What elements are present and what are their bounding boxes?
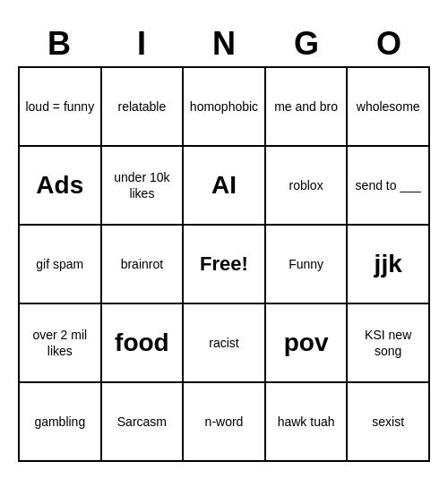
bingo-title: B I N G O	[18, 25, 430, 63]
bingo-cell-13[interactable]: Funny	[266, 226, 349, 304]
title-letter-g: G	[267, 25, 346, 63]
bingo-cell-21[interactable]: Sarcasm	[102, 383, 185, 462]
bingo-cell-1[interactable]: relatable	[102, 68, 185, 147]
bingo-cell-18[interactable]: pov	[266, 304, 349, 383]
bingo-cell-24[interactable]: sexist	[348, 383, 430, 462]
title-letter-o: O	[349, 25, 428, 63]
bingo-cell-5[interactable]: Ads	[20, 147, 102, 226]
bingo-cell-6[interactable]: under 10k likes	[102, 147, 185, 226]
bingo-cell-7[interactable]: AI	[184, 147, 266, 226]
title-letter-b: B	[20, 25, 99, 63]
title-letter-i: I	[102, 25, 181, 63]
bingo-cell-3[interactable]: me and bro	[266, 68, 349, 147]
bingo-cell-2[interactable]: homophobic	[184, 68, 266, 147]
bingo-grid: loud = funnyrelatablehomophobicme and br…	[18, 66, 430, 462]
bingo-cell-20[interactable]: gambling	[20, 383, 102, 462]
bingo-cell-9[interactable]: send to ___	[348, 147, 430, 226]
bingo-cell-14[interactable]: jjk	[348, 226, 430, 304]
bingo-cell-0[interactable]: loud = funny	[20, 68, 102, 147]
bingo-container: B I N G O loud = funnyrelatablehomophobi…	[9, 16, 439, 471]
bingo-cell-10[interactable]: gif spam	[20, 226, 102, 304]
bingo-cell-11[interactable]: brainrot	[102, 226, 185, 304]
bingo-cell-8[interactable]: roblox	[266, 147, 349, 226]
bingo-cell-23[interactable]: hawk tuah	[266, 383, 349, 462]
bingo-cell-22[interactable]: n-word	[184, 383, 266, 462]
bingo-cell-15[interactable]: over 2 mil likes	[20, 304, 102, 383]
title-letter-n: N	[185, 25, 263, 63]
bingo-cell-17[interactable]: racist	[184, 304, 266, 383]
bingo-cell-19[interactable]: KSI new song	[348, 304, 430, 383]
bingo-cell-16[interactable]: food	[102, 304, 185, 383]
bingo-cell-4[interactable]: wholesome	[348, 68, 430, 147]
bingo-cell-12[interactable]: Free!	[184, 226, 266, 304]
